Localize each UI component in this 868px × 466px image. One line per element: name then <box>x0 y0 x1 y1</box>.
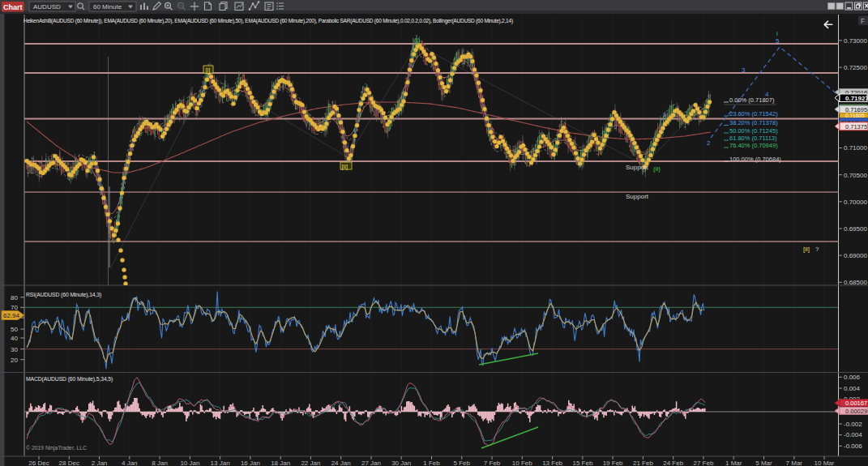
svg-text:1 Mar: 1 Mar <box>725 460 742 466</box>
svg-text:(ii): (ii) <box>653 165 661 173</box>
svg-text:60 Minute: 60 Minute <box>93 3 122 11</box>
svg-text:0.00029: 0.00029 <box>845 408 867 415</box>
svg-text:28 Dec: 28 Dec <box>59 460 79 466</box>
svg-text:80: 80 <box>11 294 18 301</box>
svg-text:0.71375: 0.71375 <box>845 123 867 130</box>
svg-text:21 Feb: 21 Feb <box>633 460 653 466</box>
svg-text:i: i <box>776 30 778 37</box>
svg-text:70: 70 <box>11 304 18 311</box>
svg-text:62.94: 62.94 <box>3 312 20 319</box>
svg-text:MACD(AUDUSD (60 Minute),5,34,5: MACD(AUDUSD (60 Minute),5,34,5) <box>26 376 113 383</box>
svg-text:38.20% (0.71378): 38.20% (0.71378) <box>729 119 778 126</box>
svg-text:0.69000: 0.69000 <box>844 252 867 259</box>
svg-text:2 Jan: 2 Jan <box>92 460 108 466</box>
svg-text:100.00% (0.70684): 100.00% (0.70684) <box>729 156 781 163</box>
svg-text:1 Feb: 1 Feb <box>423 460 440 466</box>
svg-text:© 2019 NinjaTrader, LLC: © 2019 NinjaTrader, LLC <box>26 445 87 451</box>
svg-text:18 Jan: 18 Jan <box>271 460 290 466</box>
svg-text:27 Jan: 27 Jan <box>361 460 381 466</box>
svg-text:0.71695: 0.71695 <box>845 106 867 113</box>
svg-text:40: 40 <box>11 335 18 342</box>
svg-text:15 Feb: 15 Feb <box>572 460 592 466</box>
svg-text:13 Feb: 13 Feb <box>542 460 562 466</box>
svg-text:0.68500: 0.68500 <box>844 279 867 286</box>
svg-text:10 Jan: 10 Jan <box>180 460 199 466</box>
svg-text:7 Mar: 7 Mar <box>786 460 803 466</box>
svg-text:0.006: 0.006 <box>844 374 861 381</box>
svg-text:27 Feb: 27 Feb <box>693 460 713 466</box>
svg-text:0.004: 0.004 <box>844 385 861 392</box>
svg-text:(i): (i) <box>414 36 420 44</box>
svg-text:2: 2 <box>707 139 711 147</box>
svg-text:F: F <box>861 17 865 25</box>
svg-text:7 Feb: 7 Feb <box>484 460 501 466</box>
svg-text:RSI(AUDUSD (60 Minute),14,3): RSI(AUDUSD (60 Minute),14,3) <box>26 292 101 298</box>
svg-text:50.00% (0.71245): 50.00% (0.71245) <box>729 127 778 135</box>
svg-text:0.71927: 0.71927 <box>845 95 868 102</box>
svg-text:Chart: Chart <box>3 3 23 11</box>
svg-text:[i]: [i] <box>206 66 211 74</box>
svg-text:26 Dec: 26 Dec <box>28 460 49 466</box>
svg-text:1: 1 <box>663 111 667 118</box>
svg-text:10 Feb: 10 Feb <box>512 460 532 466</box>
svg-text:23.60% (0.71542): 23.60% (0.71542) <box>729 110 778 118</box>
svg-text:0.71000: 0.71000 <box>844 144 867 152</box>
svg-text:13 Jan: 13 Jan <box>211 460 230 466</box>
svg-text:-0.006: -0.006 <box>844 442 862 450</box>
svg-text:0.70500: 0.70500 <box>844 172 867 179</box>
svg-text:20: 20 <box>11 357 18 364</box>
svg-text:[ii]: [ii] <box>803 246 810 253</box>
svg-text:HeikenAshi8(AUDUSD (60 Minute): HeikenAshi8(AUDUSD (60 Minute)), EMA(AUD… <box>24 18 513 24</box>
svg-text:Support: Support <box>626 193 649 200</box>
svg-text:0.70000: 0.70000 <box>844 199 867 206</box>
svg-text:0.72500: 0.72500 <box>844 64 867 71</box>
svg-text:0.73000: 0.73000 <box>844 37 867 45</box>
svg-text:50: 50 <box>11 326 18 333</box>
svg-text:-0.002: -0.002 <box>844 421 862 428</box>
svg-text:Support: Support <box>626 164 649 171</box>
svg-text:0.69500: 0.69500 <box>844 225 867 233</box>
svg-text:?: ? <box>815 246 819 253</box>
svg-text:4: 4 <box>765 91 769 98</box>
svg-text:0.71605: 0.71605 <box>845 113 865 118</box>
svg-text:22 Jan: 22 Jan <box>301 460 320 466</box>
svg-text:19 Feb: 19 Feb <box>603 460 623 466</box>
svg-text:5: 5 <box>776 37 780 45</box>
svg-text:76.40% (0.70949): 76.40% (0.70949) <box>729 142 778 149</box>
svg-text:[ii]: [ii] <box>342 163 348 170</box>
svg-text:30 Jan: 30 Jan <box>391 460 411 466</box>
svg-text:30: 30 <box>11 346 18 353</box>
svg-text:0.00167: 0.00167 <box>845 400 867 407</box>
svg-text:AUDUSD: AUDUSD <box>33 3 61 11</box>
svg-text:5 Mar: 5 Mar <box>755 460 772 466</box>
svg-text:3: 3 <box>742 66 746 74</box>
svg-text:-0.004: -0.004 <box>844 431 862 438</box>
svg-text:16 Jan: 16 Jan <box>241 460 260 466</box>
svg-text:10 Mar: 10 Mar <box>815 460 835 466</box>
svg-text:24 Feb: 24 Feb <box>663 460 683 466</box>
svg-text:5 Feb: 5 Feb <box>454 460 471 466</box>
svg-text:8 Jan: 8 Jan <box>152 460 168 466</box>
svg-text:61.80% (0.71113): 61.80% (0.71113) <box>729 135 777 142</box>
svg-text:4 Jan: 4 Jan <box>122 460 138 466</box>
svg-text:24 Jan: 24 Jan <box>331 460 351 466</box>
